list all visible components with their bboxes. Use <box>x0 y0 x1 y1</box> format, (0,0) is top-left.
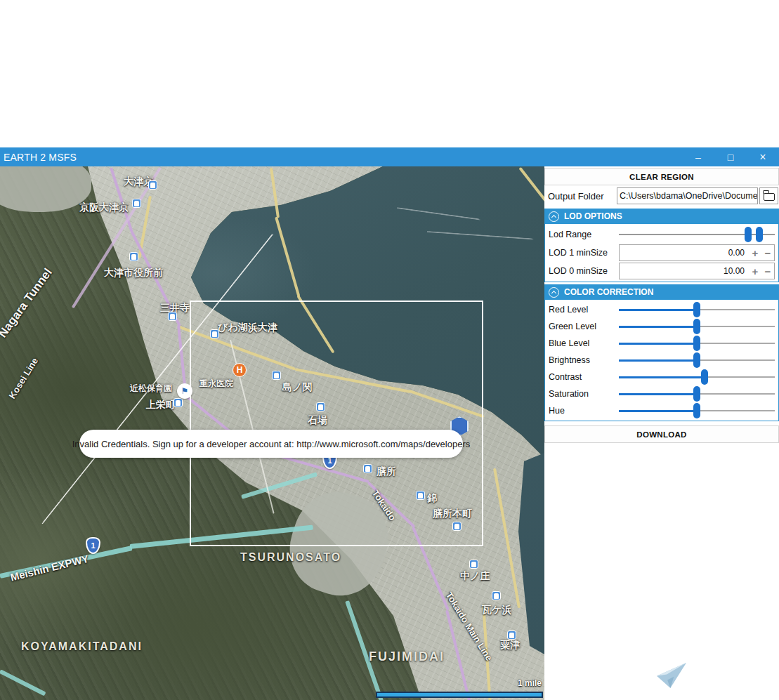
train-station-icon <box>174 398 183 407</box>
minimize-button[interactable]: – <box>682 147 714 166</box>
increment-button[interactable]: + <box>749 265 761 277</box>
train-station-icon <box>148 180 157 190</box>
invalid-credentials-tooltip: Invalid Credentials. Sign up for a devel… <box>79 430 463 458</box>
map-label: 粟津 <box>500 639 520 652</box>
lod-field-value: 0.00 <box>620 248 749 258</box>
map-label: 上栄町 <box>146 399 176 411</box>
color-slider-row: Red Level <box>545 301 778 318</box>
decrement-button[interactable]: − <box>761 247 774 259</box>
slider-fill <box>619 359 697 362</box>
slider-thumb[interactable] <box>693 403 700 418</box>
collapse-chevron-icon[interactable] <box>549 287 559 298</box>
decrement-button[interactable]: − <box>761 265 774 277</box>
lod-field-row: LOD 0 minSize10.00+− <box>545 262 778 280</box>
map-label: 近松保育園 <box>130 383 172 395</box>
lod-options-body: Lod Range LOD 1 minSize0.00+−LOD 0 minSi… <box>544 224 779 282</box>
slider-thumb[interactable] <box>693 352 700 368</box>
map-label: 中ノ庄 <box>460 570 490 583</box>
color-slider-label: Saturation <box>549 389 619 399</box>
lod-range-slider[interactable] <box>619 226 775 243</box>
slider-fill <box>619 410 697 412</box>
lod-range-row: Lod Range <box>545 225 778 244</box>
train-station-icon <box>492 591 501 600</box>
download-button[interactable]: DOWNLOAD <box>544 425 779 443</box>
color-correction-header[interactable]: COLOR CORRECTION <box>544 284 779 300</box>
scale-bar <box>376 692 543 698</box>
map-canvas[interactable]: ⚑H11 大津京京阪大津京大津市役所前三井寺びわ湖浜大津重永医院島ノ関石場近松保… <box>0 166 544 700</box>
slider-fill <box>619 309 697 311</box>
slider-thumb[interactable] <box>701 369 708 385</box>
clear-region-button[interactable]: CLEAR REGION <box>544 168 779 185</box>
slider-track[interactable] <box>697 309 775 310</box>
lod-range-thumb[interactable] <box>756 227 763 242</box>
slider-fill <box>619 393 697 395</box>
lod-options-header[interactable]: LOD OPTIONS <box>544 209 779 224</box>
color-slider[interactable] <box>619 385 775 402</box>
close-button[interactable]: × <box>747 147 779 166</box>
window-controls: – □ × <box>682 147 779 166</box>
map-label: 京阪大津京 <box>79 202 129 214</box>
train-station-icon <box>469 560 478 569</box>
title-bar[interactable]: EARTH 2 MSFS – □ × <box>0 147 779 166</box>
slider-track[interactable] <box>697 326 775 327</box>
color-slider[interactable] <box>619 369 775 385</box>
color-slider-label: Green Level <box>549 322 619 331</box>
train-station-icon <box>132 199 141 208</box>
lod-field-label: LOD 1 minSize <box>549 248 619 258</box>
lod-range-label: Lod Range <box>549 230 619 239</box>
train-station-icon <box>129 252 138 261</box>
slider-thumb[interactable] <box>693 302 700 317</box>
map-label: Kosei Line <box>7 356 41 401</box>
output-folder-row: Output Folder C:\Users\bdama\OneDrive\Do… <box>544 185 779 206</box>
slider-track[interactable] <box>705 376 775 378</box>
color-slider-label: Brightness <box>549 355 619 365</box>
color-slider-row: Saturation <box>545 385 778 402</box>
color-slider[interactable] <box>619 335 775 352</box>
increment-button[interactable]: + <box>749 247 761 259</box>
scale-label: 1 mile <box>518 678 542 688</box>
output-folder-label: Output Folder <box>548 191 617 202</box>
collapse-chevron-icon[interactable] <box>549 211 559 222</box>
map-town-patch <box>0 166 91 212</box>
color-correction-body: Red LevelGreen LevelBlue LevelBrightness… <box>544 300 779 421</box>
color-slider-row: Contrast <box>545 369 778 385</box>
color-slider-label: Blue Level <box>549 338 619 348</box>
paper-plane-icon <box>657 663 686 688</box>
slider-track[interactable] <box>697 359 775 361</box>
color-slider-row: Hue <box>545 402 778 419</box>
map-label: Meishin EXPWY <box>9 553 90 583</box>
lod-range-thumb[interactable] <box>745 227 752 242</box>
slider-fill <box>619 343 697 345</box>
slider-thumb[interactable] <box>693 319 700 334</box>
lod-field-value: 10.00 <box>620 266 749 276</box>
slider-track[interactable] <box>697 343 775 344</box>
color-slider[interactable] <box>619 318 775 335</box>
route-1-shield-icon: 1 <box>86 537 100 554</box>
color-slider-label: Hue <box>549 406 619 416</box>
slider-track[interactable] <box>697 393 775 395</box>
slider-thumb[interactable] <box>693 336 700 351</box>
color-slider-label: Contrast <box>549 372 619 382</box>
color-slider-row: Blue Level <box>545 335 778 352</box>
slider-track[interactable] <box>697 410 775 411</box>
color-slider-label: Red Level <box>549 305 619 315</box>
color-slider[interactable] <box>619 402 775 419</box>
color-slider[interactable] <box>619 301 775 318</box>
lod-field-input[interactable]: 0.00+− <box>619 244 775 261</box>
app-window: EARTH 2 MSFS – □ × ⚑H11 大津京京阪大津京大津市役所前三井… <box>0 147 779 700</box>
map-label: Nagara Tunnel <box>0 266 55 341</box>
region-selection-rectangle[interactable] <box>190 301 483 546</box>
window-title: EARTH 2 MSFS <box>0 152 77 163</box>
train-station-icon <box>507 630 516 640</box>
map-label: KOYAMAKITADANI <box>21 640 143 653</box>
maximize-button[interactable]: □ <box>714 147 747 166</box>
slider-thumb[interactable] <box>693 386 700 402</box>
lod-options-title: LOD OPTIONS <box>564 211 622 221</box>
browse-folder-button[interactable] <box>759 187 778 204</box>
color-slider[interactable] <box>619 352 775 369</box>
slider-fill <box>619 326 697 328</box>
lod-field-input[interactable]: 10.00+− <box>619 263 775 279</box>
output-folder-input[interactable]: C:\Users\bdama\OneDrive\Documen <box>617 187 758 204</box>
color-correction-title: COLOR CORRECTION <box>564 287 653 297</box>
slider-fill <box>619 376 705 378</box>
